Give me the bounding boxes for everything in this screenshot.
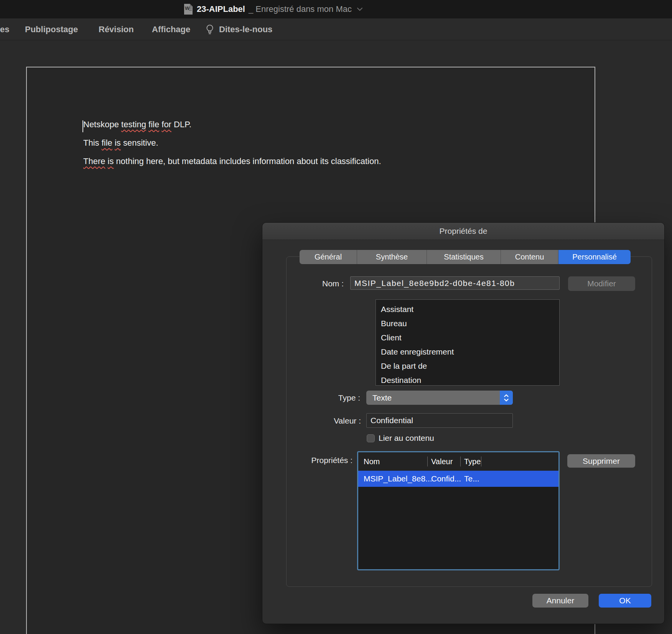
property-name-option[interactable]: De la part de <box>376 359 559 373</box>
application-window: W 23-AIPLabel _ Enregistré dans mon Mac … <box>0 0 672 634</box>
header-separator <box>427 457 428 466</box>
header-nom[interactable]: Nom <box>364 452 380 471</box>
properties-dialog: Propriétés de Général Synthèse Statistiq… <box>262 222 665 624</box>
dialog-title: Propriétés de <box>440 227 488 236</box>
table-row-selected[interactable]: MSIP_Label_8e8... Confid... Te... <box>358 471 558 487</box>
spellcheck-flagged-word: is <box>115 138 121 148</box>
modifier-button[interactable]: Modifier <box>568 276 635 291</box>
ribbon-tab-tell-me[interactable]: Dites-le-nous <box>219 18 272 40</box>
supprimer-button[interactable]: Supprimer <box>567 454 635 468</box>
text-segment: nothing here, but metadata includes info… <box>114 156 381 166</box>
header-valeur[interactable]: Valeur <box>431 452 453 471</box>
tab-statistiques[interactable]: Statistiques <box>427 250 501 264</box>
lier-au-contenu-checkbox[interactable] <box>367 434 375 442</box>
nom-input[interactable] <box>350 276 560 290</box>
title-chevron-down-icon[interactable] <box>357 7 363 11</box>
cell-type: Te... <box>464 471 479 487</box>
spellcheck-flagged-word: testing <box>121 120 146 129</box>
cell-valeur: Confid... <box>431 471 461 487</box>
dropdown-stepper-icon[interactable] <box>500 391 513 405</box>
spellcheck-flagged-word: file <box>102 138 112 148</box>
ribbon-tab-affichage[interactable]: Affichage <box>152 18 190 40</box>
window-title-group: W 23-AIPLabel _ Enregistré dans mon Mac <box>183 0 363 18</box>
proprietes-label: Propriétés : <box>311 456 352 465</box>
spellcheck-flagged-word: is <box>108 156 114 166</box>
word-document-icon: W <box>183 3 193 15</box>
document-paragraph[interactable]: This file is sensitive. <box>83 138 563 149</box>
property-name-option[interactable]: Assistant <box>376 302 559 316</box>
property-name-option[interactable]: Date enregistrement <box>376 345 559 359</box>
annuler-button[interactable]: Annuler <box>532 594 588 608</box>
lier-au-contenu-label: Lier au contenu <box>379 434 434 443</box>
text-segment: sensitive. <box>121 138 158 148</box>
document-title-suffix: _ Enregistré dans mon Mac <box>249 4 352 14</box>
tab-contenu[interactable]: Contenu <box>501 250 558 264</box>
lightbulb-icon <box>205 24 214 35</box>
type-dropdown-value: Texte <box>372 391 392 405</box>
document-title: 23-AIPLabel <box>197 4 245 14</box>
nom-label: Nom : <box>322 279 344 288</box>
cell-nom: MSIP_Label_8e8... <box>364 471 432 487</box>
dialog-titlebar[interactable]: Propriétés de <box>262 223 664 240</box>
ok-button[interactable]: OK <box>599 594 651 608</box>
spellcheck-flagged-word: There <box>83 156 105 166</box>
document-text: Netskope testing file for DLP.This file … <box>83 120 563 175</box>
text-segment: This <box>83 138 102 148</box>
tab-personnalise[interactable]: Personnalisé <box>558 250 631 264</box>
valeur-input[interactable] <box>366 413 513 428</box>
spellcheck-flagged-word: file <box>148 120 159 129</box>
header-separator <box>460 457 461 466</box>
property-name-option[interactable]: Bureau <box>376 316 559 330</box>
header-type[interactable]: Type <box>464 452 481 471</box>
valeur-label: Valeur : <box>334 416 361 425</box>
properties-table-header: Nom Valeur Type <box>358 452 558 471</box>
document-paragraph[interactable]: Netskope testing file for DLP. <box>83 120 563 131</box>
property-name-option[interactable]: Destination <box>376 373 559 386</box>
type-dropdown[interactable]: Texte <box>366 391 513 405</box>
text-segment: DLP. <box>171 120 191 129</box>
type-label: Type : <box>338 393 360 402</box>
ribbon-tab-bar: es Publipostage Révision Affichage Dites… <box>0 18 672 40</box>
properties-table[interactable]: Nom Valeur Type MSIP_Label_8e8... Confid… <box>357 451 560 570</box>
ribbon-tab-publipostage[interactable]: Publipostage <box>25 18 78 40</box>
property-name-list[interactable]: Assistant Bureau Client Date enregistrem… <box>376 299 560 386</box>
header-separator <box>481 457 481 466</box>
ribbon-tab-partial[interactable]: es <box>0 18 9 40</box>
document-paragraph[interactable]: There is nothing here, but metadata incl… <box>83 156 563 168</box>
ribbon-tab-revision[interactable]: Révision <box>99 18 134 40</box>
tab-general[interactable]: Général <box>300 250 357 264</box>
window-titlebar: W 23-AIPLabel _ Enregistré dans mon Mac <box>0 0 672 18</box>
dialog-tab-bar: Général Synthèse Statistiques Contenu Pe… <box>300 250 631 264</box>
property-name-option[interactable]: Client <box>376 330 559 345</box>
spellcheck-flagged-word: for <box>161 120 171 129</box>
text-segment: Netskope <box>83 120 121 129</box>
tab-synthese[interactable]: Synthèse <box>357 250 427 264</box>
